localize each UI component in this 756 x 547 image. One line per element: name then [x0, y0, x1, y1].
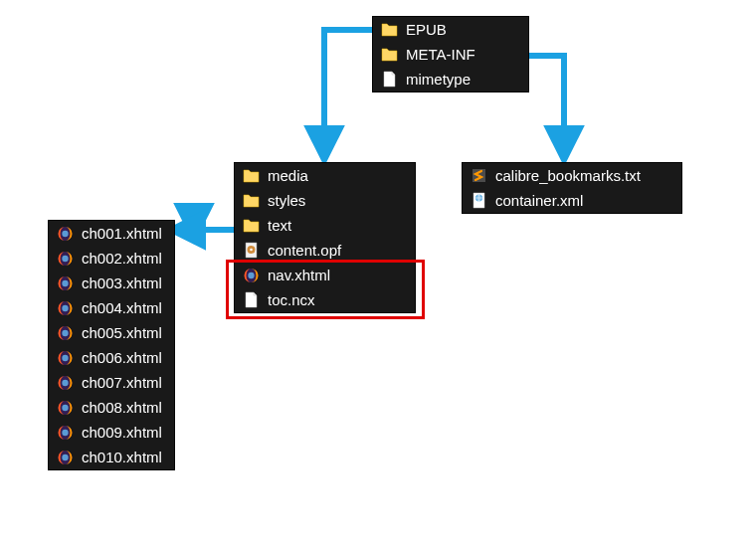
opf-icon — [243, 242, 260, 259]
item-label: calibre_bookmarks.txt — [495, 167, 641, 184]
folder-item[interactable]: text — [235, 213, 415, 238]
item-label: ch002.xhtml — [82, 250, 162, 267]
file-item[interactable]: ch003.xhtml — [49, 271, 174, 295]
folder-icon — [243, 217, 260, 234]
file-item[interactable]: ch010.xhtml — [49, 445, 174, 469]
item-label: ch008.xhtml — [82, 399, 162, 416]
root-panel: EPUB META-INF mimetype — [372, 16, 529, 92]
file-item[interactable]: ch005.xhtml — [49, 320, 174, 345]
file-item[interactable]: ch007.xhtml — [49, 370, 174, 395]
firefox-icon — [57, 449, 74, 465]
file-item[interactable]: ch008.xhtml — [49, 395, 174, 420]
folder-icon — [381, 46, 398, 63]
folder-icon — [243, 192, 260, 209]
item-label: META-INF — [406, 46, 475, 63]
item-label: styles — [268, 192, 305, 209]
item-label: ch007.xhtml — [82, 374, 162, 391]
folder-item[interactable]: EPUB — [373, 17, 528, 42]
file-item[interactable]: mimetype — [373, 67, 528, 91]
folder-icon — [381, 21, 398, 38]
file-item[interactable]: ch004.xhtml — [49, 295, 174, 320]
xml-icon — [471, 192, 487, 209]
text-panel: ch001.xhtml ch002.xhtml ch003.xhtml ch00… — [48, 220, 175, 470]
item-label: EPUB — [406, 21, 447, 38]
firefox-icon — [57, 349, 74, 366]
sublime-icon — [471, 167, 487, 184]
item-label: ch005.xhtml — [82, 324, 162, 341]
firefox-icon — [57, 324, 74, 341]
file-item[interactable]: container.xml — [463, 188, 681, 213]
item-label: ch006.xhtml — [82, 349, 162, 366]
file-item[interactable]: ch002.xhtml — [49, 246, 174, 271]
firefox-icon — [57, 299, 74, 316]
item-label: media — [268, 167, 308, 184]
file-item[interactable]: ch006.xhtml — [49, 345, 174, 370]
item-label: ch001.xhtml — [82, 225, 162, 242]
firefox-icon — [57, 250, 74, 267]
folder-item[interactable]: media — [235, 163, 415, 188]
item-label: mimetype — [406, 71, 471, 88]
item-label: ch003.xhtml — [82, 274, 162, 291]
metainf-panel: calibre_bookmarks.txt container.xml — [462, 162, 682, 214]
item-label: ch009.xhtml — [82, 424, 162, 441]
file-item[interactable]: ch009.xhtml — [49, 420, 174, 445]
highlight-nav-toc — [226, 260, 425, 319]
firefox-icon — [57, 274, 74, 291]
file-item[interactable]: ch001.xhtml — [49, 221, 174, 246]
firefox-icon — [57, 374, 74, 391]
item-label: container.xml — [495, 192, 583, 209]
firefox-icon — [57, 399, 74, 416]
folder-icon — [243, 167, 260, 184]
firefox-icon — [57, 424, 74, 441]
item-label: ch010.xhtml — [82, 449, 162, 465]
item-label: text — [268, 217, 291, 234]
firefox-icon — [57, 225, 74, 242]
folder-item[interactable]: META-INF — [373, 42, 528, 67]
item-label: ch004.xhtml — [82, 299, 162, 316]
file-icon — [381, 71, 398, 88]
file-item[interactable]: calibre_bookmarks.txt — [463, 163, 681, 188]
item-label: content.opf — [268, 242, 341, 259]
folder-item[interactable]: styles — [235, 188, 415, 213]
